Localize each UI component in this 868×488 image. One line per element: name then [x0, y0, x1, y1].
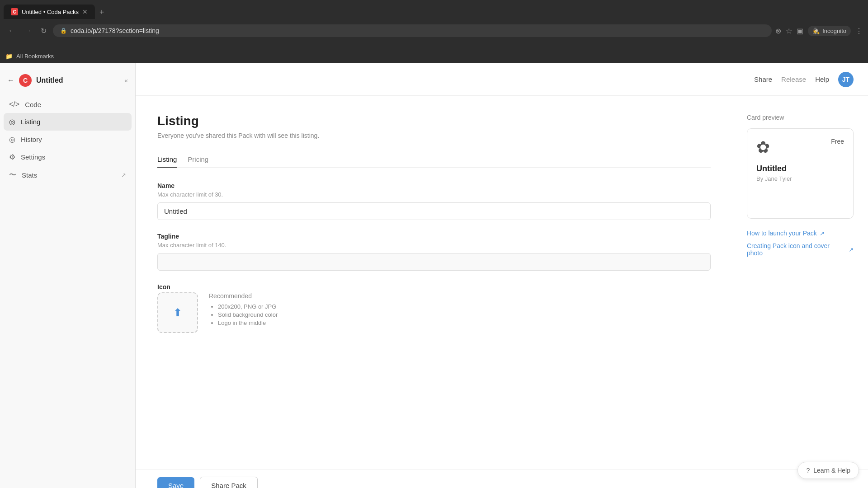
launch-pack-link[interactable]: How to launch your Pack ↗ — [747, 230, 854, 237]
sidebar-item-code[interactable]: </> Code — [4, 96, 132, 113]
code-icon: </> — [9, 100, 19, 108]
icon-recommendations: Recommended 200x200, PNG or JPG Solid ba… — [209, 292, 278, 328]
card-pack-name: Untitled — [756, 164, 844, 174]
tagline-label: Tagline — [157, 233, 711, 240]
name-hint: Max character limit of 30. — [157, 191, 711, 198]
sidebar-header: ← C Untitled « — [0, 69, 135, 92]
learn-help-icon: ? — [806, 467, 810, 474]
tagline-hint: Max character limit of 140. — [157, 242, 711, 249]
listing-main: Listing Everyone you've shared this Pack… — [136, 96, 732, 469]
reload-button[interactable]: ↻ — [38, 25, 49, 37]
tab-listing[interactable]: Listing — [157, 152, 177, 168]
free-badge: Free — [831, 138, 844, 145]
upload-icon: ⬆ — [173, 306, 182, 319]
external-link-icon: ↗ — [121, 172, 126, 178]
card-preview: ✿ Free Untitled By Jane Tyler — [747, 128, 854, 219]
recommendation-item: Solid background color — [218, 311, 278, 318]
sidebar-item-stats[interactable]: 〜 Stats ↗ — [4, 166, 132, 184]
icon-cover-label: Creating Pack icon and cover photo — [747, 242, 846, 257]
learn-help-button[interactable]: ? Learn & Help — [797, 462, 859, 479]
stats-icon: 〜 — [9, 170, 16, 180]
tab-favicon: C — [11, 8, 18, 15]
tab-pricing[interactable]: Pricing — [188, 152, 208, 168]
bookmarks-bar: 📁 All Bookmarks — [0, 50, 868, 63]
extension-icon[interactable]: ▣ — [797, 27, 803, 35]
name-form-group: Name Max character limit of 30. — [157, 182, 711, 220]
help-action[interactable]: Help — [815, 75, 829, 83]
sidebar-item-stats-label: Stats — [22, 171, 37, 179]
footer-bar: Save Share Pack — [136, 469, 868, 488]
content-area: Listing Everyone you've shared this Pack… — [136, 96, 868, 469]
icon-label: Icon — [157, 283, 711, 291]
sidebar-item-listing-label: Listing — [21, 118, 40, 126]
sidebar-logo: C — [19, 74, 32, 87]
bookmarks-folder-icon: 📁 — [5, 53, 13, 60]
tab-title: Untitled • Coda Packs — [22, 9, 79, 15]
puzzle-icon: ✿ — [756, 138, 770, 157]
sidebar-back-button[interactable]: ← — [7, 76, 14, 84]
icon-row: ⬆ Recommended 200x200, PNG or JPG Solid … — [157, 292, 711, 333]
page-title: Listing — [157, 114, 711, 128]
sidebar-item-settings-label: Settings — [21, 153, 45, 161]
name-label: Name — [157, 182, 711, 189]
forward-button[interactable]: → — [22, 25, 34, 37]
name-input[interactable] — [157, 202, 711, 220]
all-bookmarks-link[interactable]: All Bookmarks — [16, 53, 54, 60]
sidebar-item-settings[interactable]: ⚙ Settings — [4, 148, 132, 166]
icon-form-group: Icon ⬆ Recommended 200x200, PNG or JPG S… — [157, 283, 711, 333]
tagline-input[interactable] — [157, 253, 711, 271]
incognito-icon: 🕵 — [812, 28, 820, 34]
incognito-badge: 🕵 Incognito — [808, 26, 851, 36]
main-content: Share Release Help JT Listing Everyone y… — [136, 63, 868, 488]
sidebar-item-listing[interactable]: ◎ Listing — [4, 113, 132, 131]
listing-icon: ◎ — [9, 117, 15, 126]
top-bar: Share Release Help JT — [136, 63, 868, 96]
sidebar-item-code-label: Code — [25, 101, 41, 108]
launch-pack-label: How to launch your Pack — [747, 230, 817, 237]
recommendation-item: Logo in the middle — [218, 319, 278, 326]
new-tab-button[interactable]: + — [96, 6, 108, 19]
active-tab[interactable]: C Untitled • Coda Packs ✕ — [4, 5, 95, 19]
share-action[interactable]: Share — [754, 75, 772, 83]
menu-icon[interactable]: ⋮ — [855, 27, 863, 35]
sidebar-item-history[interactable]: ◎ History — [4, 131, 132, 148]
sidebar-item-history-label: History — [21, 136, 42, 143]
tagline-form-group: Tagline Max character limit of 140. — [157, 233, 711, 271]
icon-upload-area[interactable]: ⬆ — [157, 292, 198, 333]
sidebar-title: Untitled — [36, 76, 120, 84]
sidebar-collapse-button[interactable]: « — [124, 77, 128, 84]
history-icon: ◎ — [9, 135, 15, 144]
release-action[interactable]: Release — [781, 75, 806, 83]
card-preview-title: Card preview — [747, 114, 854, 121]
save-button[interactable]: Save — [157, 477, 194, 488]
settings-icon: ⚙ — [9, 153, 15, 161]
user-avatar[interactable]: JT — [838, 72, 854, 87]
launch-external-icon: ↗ — [820, 230, 825, 237]
incognito-label: Incognito — [822, 28, 846, 34]
card-preview-top: ✿ Free — [756, 138, 844, 157]
card-author: By Jane Tyler — [756, 175, 844, 182]
url-text: coda.io/p/27178?section=listing — [71, 27, 159, 34]
lock-icon: 🔒 — [60, 28, 67, 34]
share-pack-button[interactable]: Share Pack — [200, 477, 258, 488]
back-button[interactable]: ← — [5, 25, 18, 37]
recommendations-list: 200x200, PNG or JPG Solid background col… — [209, 303, 278, 326]
sidebar: ← C Untitled « </> Code ◎ Listing ◎ Hist… — [0, 63, 136, 488]
page-subtitle: Everyone you've shared this Pack with wi… — [157, 132, 711, 139]
sidebar-nav: </> Code ◎ Listing ◎ History ⚙ Settings … — [0, 96, 135, 184]
listing-sidebar: Card preview ✿ Free Untitled By Jane Tyl… — [732, 96, 868, 469]
tab-close-button[interactable]: ✕ — [82, 8, 88, 15]
cast-icon[interactable]: ⊗ — [775, 27, 781, 35]
icon-cover-external-icon: ↗ — [849, 246, 854, 253]
icon-cover-link[interactable]: Creating Pack icon and cover photo ↗ — [747, 242, 854, 257]
recommendations-title: Recommended — [209, 292, 278, 300]
address-bar[interactable]: 🔒 coda.io/p/27178?section=listing — [53, 24, 772, 37]
card-links: How to launch your Pack ↗ Creating Pack … — [747, 230, 854, 257]
learn-help-label: Learn & Help — [813, 467, 850, 474]
recommendation-item: 200x200, PNG or JPG — [218, 303, 278, 310]
star-icon[interactable]: ☆ — [786, 27, 792, 35]
listing-tabs: Listing Pricing — [157, 152, 711, 168]
